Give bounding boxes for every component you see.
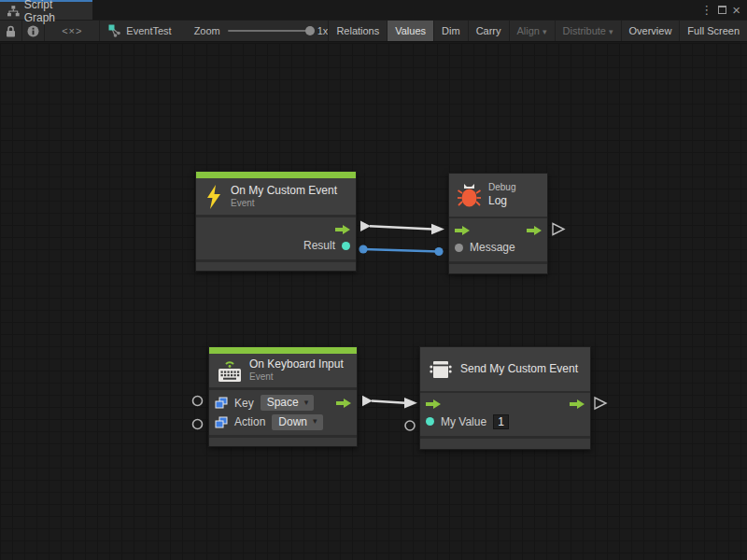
enum-icon xyxy=(215,397,228,409)
window-menu-icon[interactable]: ⋮ xyxy=(700,4,712,16)
graph-name: EventTest xyxy=(126,25,171,36)
control-input-arrow-icon[interactable] xyxy=(455,226,470,235)
node-title: On My Custom Event xyxy=(231,184,337,198)
message-port-dot[interactable] xyxy=(455,244,463,252)
code-icon: <×> xyxy=(62,25,82,36)
bug-icon xyxy=(458,182,481,208)
graph-canvas[interactable]: On My Custom Event Event Result xyxy=(0,43,747,560)
log-continue-triangle[interactable] xyxy=(553,224,564,235)
node-subtitle: Event xyxy=(231,198,337,210)
send-continue-triangle[interactable] xyxy=(595,398,606,409)
node-send-my-custom-event[interactable]: Send My Custom Event My Value 1 xyxy=(419,346,591,450)
node-header: Send My Custom Event xyxy=(420,347,590,391)
graph-node-icon xyxy=(108,24,121,37)
tab-title: Script Graph xyxy=(24,0,85,24)
chevron-down-icon: ▾ xyxy=(304,398,309,408)
zoom-label: Zoom xyxy=(194,25,220,36)
control-output-arrow-icon[interactable] xyxy=(336,399,351,408)
title-bar: Script Graph ⋮ × xyxy=(0,0,747,20)
overview-button[interactable]: Overview xyxy=(621,21,680,41)
myvalue-input[interactable]: 1 xyxy=(493,414,509,429)
zoom-slider[interactable] xyxy=(228,30,310,32)
node-header: On My Custom Event Event xyxy=(196,178,356,215)
zoom-value: 1x xyxy=(317,25,329,36)
lock-icon xyxy=(6,25,16,37)
zoom-slider-handle[interactable] xyxy=(305,26,315,35)
node-debug-log[interactable]: Debug Log Message xyxy=(448,173,548,274)
value-connection-result-to-message[interactable] xyxy=(359,245,443,256)
node-footer xyxy=(196,262,356,271)
control-output-arrow-icon[interactable] xyxy=(527,226,542,235)
fullscreen-button[interactable]: Full Screen xyxy=(679,21,747,41)
node-body: My Value 1 xyxy=(420,393,590,436)
chevron-down-icon: ▾ xyxy=(543,27,547,36)
node-title: On Keyboard Input xyxy=(249,357,344,371)
node-title: Log xyxy=(488,194,515,208)
action-port-label: Action xyxy=(234,415,265,428)
tab-script-graph[interactable]: Script Graph xyxy=(0,0,92,20)
lightning-icon xyxy=(204,185,223,209)
message-port-label: Message xyxy=(470,241,515,254)
distribute-button[interactable]: Distribute▾ xyxy=(555,21,621,41)
send-myvalue-port[interactable] xyxy=(405,421,415,430)
control-output-arrow-icon[interactable] xyxy=(570,399,585,409)
carry-button[interactable]: Carry xyxy=(468,21,509,41)
graph-breadcrumb[interactable]: EventTest xyxy=(100,21,171,41)
node-header: Debug Log xyxy=(449,174,547,217)
keyboard-key-port[interactable] xyxy=(193,397,203,406)
relations-button[interactable]: Relations xyxy=(328,21,387,41)
window-maximize-icon[interactable] xyxy=(718,6,726,14)
control-input-arrow-icon[interactable] xyxy=(426,399,441,409)
chevron-down-icon: ▾ xyxy=(313,416,317,427)
window-close-icon[interactable]: × xyxy=(732,3,740,17)
result-port-dot[interactable] xyxy=(342,242,350,250)
node-on-keyboard-input[interactable]: On Keyboard Input Event Key Space ▾ xyxy=(208,346,358,447)
key-dropdown[interactable]: Space ▾ xyxy=(261,395,315,411)
zoom-control: Zoom 1x xyxy=(194,21,329,41)
graph-tree-icon xyxy=(7,6,20,17)
node-footer xyxy=(420,439,590,449)
myvalue-port-dot[interactable] xyxy=(426,417,434,426)
control-output-arrow-icon[interactable] xyxy=(335,225,350,234)
node-kicker: Debug xyxy=(488,182,515,194)
custom-event-box-icon xyxy=(429,358,453,381)
connections-layer xyxy=(0,43,747,560)
node-footer xyxy=(449,264,547,273)
control-connection-keyboard-to-send[interactable] xyxy=(362,396,417,409)
chevron-down-icon: ▾ xyxy=(609,27,613,36)
control-connection-customevent-to-log[interactable] xyxy=(360,221,444,235)
action-dropdown[interactable]: Down ▾ xyxy=(272,414,322,430)
node-title: Send My Custom Event xyxy=(460,362,578,376)
key-port-label: Key xyxy=(234,397,254,410)
node-header: On Keyboard Input Event xyxy=(209,354,357,387)
values-button[interactable]: Values xyxy=(387,21,433,41)
align-button[interactable]: Align▾ xyxy=(509,21,555,41)
keyboard-action-port[interactable] xyxy=(193,420,203,429)
dim-button[interactable]: Dim xyxy=(433,21,468,41)
info-icon xyxy=(27,25,39,37)
node-body: Message xyxy=(449,218,547,261)
node-on-my-custom-event[interactable]: On My Custom Event Event Result xyxy=(195,171,357,272)
event-accent-bar xyxy=(196,172,356,178)
graph-toolbar: <×> EventTest Zoom 1x Relations Values D… xyxy=(0,20,747,42)
keyboard-icon xyxy=(218,358,242,384)
myvalue-port-label: My Value xyxy=(441,415,486,428)
result-port-label: Result xyxy=(303,239,335,252)
lock-button[interactable] xyxy=(0,21,22,41)
node-subtitle: Event xyxy=(249,371,344,384)
node-footer xyxy=(209,438,357,446)
enum-icon xyxy=(215,416,228,428)
toolbar-buttons: Relations Values Dim Carry Align▾ Distri… xyxy=(328,21,747,41)
event-accent-bar xyxy=(209,347,357,354)
node-body: Key Space ▾ Action Down ▾ xyxy=(209,390,357,435)
node-body: Result xyxy=(196,217,356,259)
